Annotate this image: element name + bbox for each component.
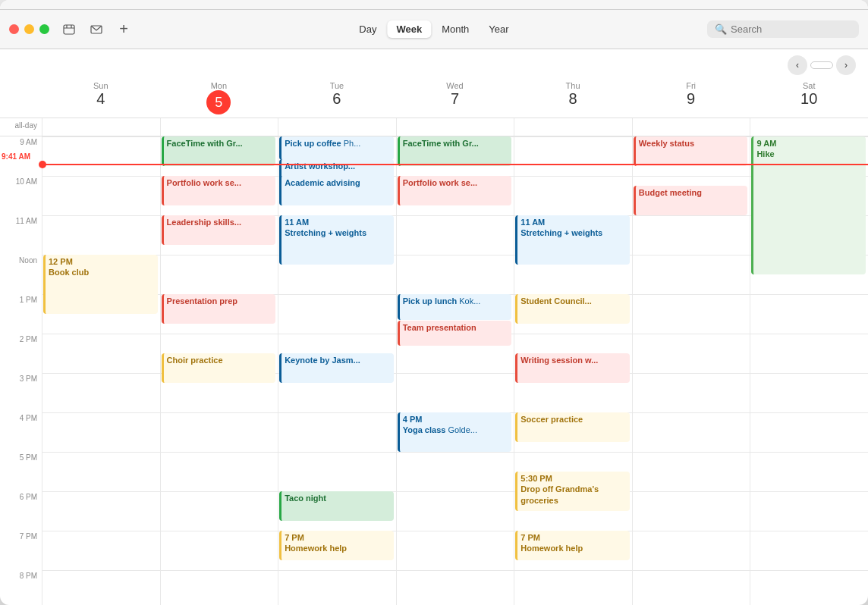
event-e16[interactable]: Pick up lunch Kok... bbox=[398, 294, 512, 320]
allday-label: all-day bbox=[0, 118, 42, 136]
day-header-mon: Mon 5 bbox=[160, 78, 278, 118]
day-cell-5-hour-2 bbox=[632, 215, 750, 255]
event-e22[interactable]: 4 PM Yoga class Golde... bbox=[398, 412, 512, 452]
allday-cell-tue bbox=[278, 118, 396, 136]
add-event-button[interactable]: + bbox=[113, 19, 134, 40]
view-week-button[interactable]: Week bbox=[387, 20, 431, 38]
close-button[interactable] bbox=[9, 24, 19, 34]
day-cell-5-hour-4 bbox=[632, 294, 750, 334]
event-e6[interactable]: 9 AM Hike bbox=[751, 136, 866, 274]
day-cell-0-hour-6 bbox=[42, 373, 160, 412]
event-e26[interactable]: 7 PM Homework help bbox=[279, 531, 394, 560]
time-label-9: 6 PM bbox=[0, 491, 42, 531]
day-cell-3-hour-2 bbox=[396, 215, 514, 255]
event-e15[interactable]: Presentation prep bbox=[162, 294, 276, 324]
day-cell-0-hour-0 bbox=[42, 136, 160, 176]
search-icon: 🔍 bbox=[715, 24, 727, 35]
day-cell-0-hour-2 bbox=[42, 215, 160, 255]
search-box[interactable]: 🔍 bbox=[707, 20, 859, 38]
allday-cell-wed bbox=[396, 118, 514, 136]
event-e4[interactable]: Weekly status bbox=[634, 136, 748, 166]
allday-cell-thu bbox=[514, 118, 632, 136]
event-e12[interactable]: 11 AM Stretching + weights bbox=[279, 215, 394, 265]
calendar-header: ‹ › bbox=[0, 49, 868, 78]
day-cell-4-hour-11 bbox=[514, 570, 632, 605]
allday-cell-mon bbox=[160, 118, 278, 136]
day-cell-3-hour-6 bbox=[396, 373, 514, 412]
annotation-bar bbox=[0, 0, 868, 10]
event-e21[interactable]: Writing session w... bbox=[515, 353, 630, 383]
event-e17[interactable]: Student Council... bbox=[515, 294, 630, 324]
allday-cell-sun bbox=[42, 118, 160, 136]
day-cell-0-hour-5 bbox=[42, 334, 160, 373]
day-cell-6-hour-11 bbox=[750, 570, 868, 605]
day-cell-2-hour-7 bbox=[278, 412, 396, 452]
day-cell-2-hour-11 bbox=[278, 570, 396, 605]
day-cell-1-hour-7 bbox=[160, 412, 278, 452]
day-header-fri: Fri 9 bbox=[632, 78, 750, 118]
prev-week-button[interactable]: ‹ bbox=[788, 55, 807, 75]
minimize-button[interactable] bbox=[24, 24, 34, 34]
day-cell-3-hour-3 bbox=[396, 255, 514, 294]
day-cell-4-hour-1 bbox=[514, 176, 632, 215]
event-e10[interactable]: Budget meeting bbox=[634, 186, 748, 215]
day-cell-4-hour-0 bbox=[514, 136, 632, 176]
event-e7[interactable]: Portfolio work se... bbox=[162, 176, 276, 205]
day-cell-0-hour-1 bbox=[42, 176, 160, 215]
event-e25[interactable]: Taco night bbox=[279, 491, 394, 521]
event-e18[interactable]: Team presentation bbox=[398, 321, 512, 346]
event-e14[interactable]: 12 PM Book club bbox=[43, 255, 158, 314]
traffic-lights bbox=[9, 24, 49, 34]
search-input[interactable] bbox=[731, 24, 852, 35]
day-cell-5-hour-11 bbox=[632, 570, 750, 605]
day-cell-6-hour-6 bbox=[750, 373, 868, 412]
next-week-button[interactable]: › bbox=[836, 55, 856, 75]
day-cell-2-hour-4 bbox=[278, 294, 396, 334]
time-label-7: 4 PM bbox=[0, 412, 42, 452]
event-e1[interactable]: FaceTime with Gr... bbox=[162, 136, 276, 166]
event-e20[interactable]: Choir practice bbox=[162, 353, 276, 383]
day-header-thu: Thu 8 bbox=[514, 78, 632, 118]
event-e9[interactable]: Portfolio work se... bbox=[398, 176, 512, 205]
day-cell-1-hour-3 bbox=[160, 255, 278, 294]
day-header-sun: Sun 4 bbox=[42, 78, 160, 118]
day-cell-6-hour-7 bbox=[750, 412, 868, 452]
allday-row: all-day bbox=[0, 118, 868, 136]
view-month-button[interactable]: Month bbox=[432, 20, 478, 38]
day-cell-5-hour-8 bbox=[632, 452, 750, 491]
day-cell-1-hour-9 bbox=[160, 491, 278, 531]
calendar-list-button[interactable] bbox=[58, 19, 80, 40]
day-cell-6-hour-10 bbox=[750, 531, 868, 570]
event-e19[interactable]: Keynote by Jasm... bbox=[279, 353, 394, 383]
time-label-6: 3 PM bbox=[0, 373, 42, 412]
allday-cell-sat bbox=[750, 118, 868, 136]
event-e11[interactable]: Leadership skills... bbox=[162, 215, 276, 245]
view-year-button[interactable]: Year bbox=[480, 20, 517, 38]
day-cell-5-hour-10 bbox=[632, 531, 750, 570]
view-day-button[interactable]: Day bbox=[350, 20, 385, 38]
day-cell-3-hour-8 bbox=[396, 452, 514, 491]
inbox-button[interactable] bbox=[86, 19, 107, 40]
day-cell-3-hour-10 bbox=[396, 531, 514, 570]
today-button[interactable] bbox=[810, 61, 833, 69]
day-cell-1-hour-8 bbox=[160, 452, 278, 491]
day-header-tue: Tue 6 bbox=[278, 78, 396, 118]
event-e2[interactable]: Pick up coffee Ph... bbox=[279, 136, 394, 160]
day-cell-5-hour-9 bbox=[632, 491, 750, 531]
svg-rect-0 bbox=[64, 25, 74, 34]
time-label-0: 9 AM bbox=[0, 136, 42, 176]
maximize-button[interactable] bbox=[39, 24, 49, 34]
day-cell-0-hour-9 bbox=[42, 491, 160, 531]
event-e3[interactable]: FaceTime with Gr... bbox=[398, 136, 512, 166]
time-col-header bbox=[0, 78, 42, 118]
toolbar-icons: + bbox=[58, 19, 134, 40]
event-e23[interactable]: Soccer practice bbox=[515, 412, 630, 442]
day-cell-3-hour-9 bbox=[396, 491, 514, 531]
time-label-3: Noon bbox=[0, 255, 42, 294]
day-cell-0-hour-11 bbox=[42, 570, 160, 605]
event-e13[interactable]: 11 AM Stretching + weights bbox=[515, 215, 630, 265]
event-e24[interactable]: 5:30 PM Drop off Grandma's groceries bbox=[515, 472, 630, 511]
event-e27[interactable]: 7 PM Homework help bbox=[515, 531, 630, 560]
event-e8[interactable]: Academic advising bbox=[279, 176, 394, 205]
day-cell-6-hour-9 bbox=[750, 491, 868, 531]
